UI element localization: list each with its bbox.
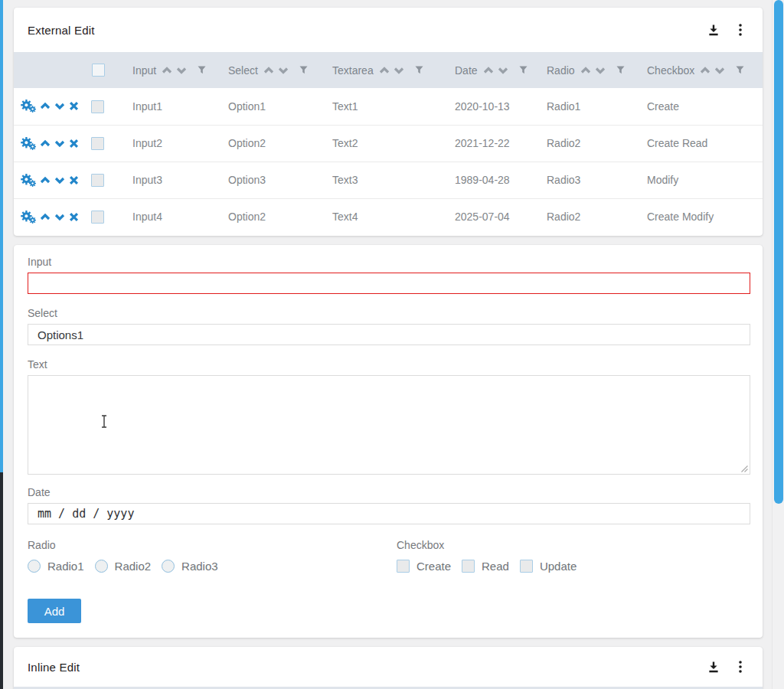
cell-select: Option2 bbox=[221, 125, 325, 162]
date-input[interactable] bbox=[28, 503, 750, 524]
external-edit-grid: Input Select Texta bbox=[14, 52, 763, 235]
column-header-checkbox: Checkbox bbox=[640, 52, 763, 88]
select-input[interactable]: Options1 bbox=[28, 324, 750, 345]
row-move-down-icon[interactable] bbox=[54, 176, 65, 184]
radio-option-radio2[interactable]: Radio2 bbox=[95, 560, 152, 573]
filter-icon[interactable] bbox=[415, 66, 423, 74]
radio-icon[interactable] bbox=[95, 560, 108, 573]
sort-desc-icon[interactable] bbox=[394, 67, 404, 74]
row-select-checkbox[interactable] bbox=[91, 137, 104, 150]
sort-asc-icon[interactable] bbox=[483, 67, 494, 74]
filter-icon[interactable] bbox=[616, 66, 625, 74]
select-value: Options1 bbox=[38, 328, 83, 341]
checkbox-icon[interactable] bbox=[397, 560, 410, 573]
cell-input: Input2 bbox=[126, 125, 221, 162]
filter-icon[interactable] bbox=[519, 66, 528, 74]
sort-desc-icon[interactable] bbox=[714, 67, 725, 74]
radio-option-label: Radio2 bbox=[115, 560, 152, 573]
row-delete-icon[interactable] bbox=[69, 139, 79, 149]
row-actions-cell bbox=[14, 88, 84, 125]
kebab-menu-icon[interactable] bbox=[739, 661, 742, 673]
left-scroll-track bbox=[0, 0, 3, 689]
row-move-up-icon[interactable] bbox=[40, 176, 51, 184]
row-move-down-icon[interactable] bbox=[54, 213, 65, 221]
row-move-down-icon[interactable] bbox=[54, 139, 65, 148]
row-move-up-icon[interactable] bbox=[40, 139, 51, 148]
sort-asc-icon[interactable] bbox=[580, 67, 591, 74]
input-field[interactable] bbox=[28, 273, 750, 294]
row-delete-icon[interactable] bbox=[69, 212, 79, 222]
checkbox-option-label: Create bbox=[416, 560, 451, 573]
row-select-checkbox[interactable] bbox=[91, 100, 104, 113]
row-settings-icon[interactable] bbox=[21, 137, 36, 150]
left-scroll-thumb[interactable] bbox=[0, 0, 3, 472]
row-select-checkbox[interactable] bbox=[91, 174, 104, 187]
cell-radio: Radio1 bbox=[540, 88, 640, 125]
sort-asc-icon[interactable] bbox=[700, 67, 710, 74]
radio-option-radio1[interactable]: Radio1 bbox=[28, 560, 84, 573]
radio-group-label: Radio bbox=[28, 539, 397, 551]
row-delete-icon[interactable] bbox=[69, 101, 79, 111]
row-actions-cell bbox=[14, 198, 84, 235]
cell-select: Option1 bbox=[221, 88, 325, 125]
add-button[interactable]: Add bbox=[28, 599, 81, 623]
filter-icon[interactable] bbox=[198, 66, 206, 74]
row-settings-icon[interactable] bbox=[21, 174, 36, 187]
radio-icon[interactable] bbox=[162, 560, 175, 573]
row-select-checkbox[interactable] bbox=[91, 211, 104, 224]
kebab-menu-icon[interactable] bbox=[739, 24, 742, 36]
cell-date: 2020-10-13 bbox=[448, 88, 540, 125]
row-settings-icon[interactable] bbox=[21, 211, 36, 224]
cell-input: Input3 bbox=[126, 162, 221, 198]
external-edit-header: External Edit bbox=[14, 8, 763, 52]
sort-desc-icon[interactable] bbox=[278, 67, 289, 74]
row-move-down-icon[interactable] bbox=[54, 102, 65, 110]
select-all-checkbox[interactable] bbox=[92, 64, 105, 77]
sort-asc-icon[interactable] bbox=[379, 67, 390, 74]
column-header-input: Input bbox=[126, 52, 221, 88]
sort-asc-icon[interactable] bbox=[162, 67, 172, 74]
row-delete-icon[interactable] bbox=[69, 175, 79, 185]
radio-option-label: Radio1 bbox=[47, 560, 84, 573]
row-move-up-icon[interactable] bbox=[40, 102, 51, 110]
checkbox-group-label: Checkbox bbox=[397, 539, 750, 551]
download-icon[interactable] bbox=[707, 24, 720, 36]
checkbox-option-read[interactable]: Read bbox=[462, 560, 509, 573]
cell-checkbox: Create Modify bbox=[640, 198, 763, 235]
radio-icon[interactable] bbox=[28, 560, 41, 573]
sort-asc-icon[interactable] bbox=[263, 67, 274, 74]
checkbox-option-create[interactable]: Create bbox=[397, 560, 451, 573]
page-scrollbar[interactable] bbox=[772, 0, 784, 689]
cell-checkbox: Create Read bbox=[640, 125, 763, 162]
page-scrollbar-thumb[interactable] bbox=[774, 0, 783, 504]
cell-textarea: Text1 bbox=[325, 88, 448, 125]
filter-icon[interactable] bbox=[299, 66, 308, 74]
cell-date: 2025-07-04 bbox=[448, 198, 540, 235]
column-header-select: Select bbox=[221, 52, 325, 88]
radio-group: Radio Radio1 Radio2 Radio3 bbox=[28, 539, 397, 573]
cell-checkbox: Create bbox=[640, 88, 763, 125]
column-header-textarea: Textarea bbox=[325, 52, 448, 88]
cell-date: 2021-12-22 bbox=[448, 125, 540, 162]
radio-option-radio3[interactable]: Radio3 bbox=[162, 560, 218, 573]
text-area[interactable] bbox=[28, 375, 750, 475]
download-icon[interactable] bbox=[707, 661, 720, 673]
sort-desc-icon[interactable] bbox=[595, 67, 606, 74]
select-all-header bbox=[84, 52, 126, 88]
cell-radio: Radio3 bbox=[540, 162, 640, 198]
inline-edit-card: Inline Edit bbox=[14, 647, 763, 689]
row-settings-icon[interactable] bbox=[21, 100, 36, 113]
cell-textarea: Text3 bbox=[325, 162, 448, 198]
filter-icon[interactable] bbox=[736, 66, 744, 74]
table-row: Input3 Option3 Text3 1989-04-28 Radio3 M… bbox=[14, 162, 763, 198]
cell-radio: Radio2 bbox=[540, 125, 640, 162]
sort-desc-icon[interactable] bbox=[498, 67, 508, 74]
sort-desc-icon[interactable] bbox=[176, 67, 187, 74]
column-header-date: Date bbox=[448, 52, 540, 88]
checkbox-option-update[interactable]: Update bbox=[520, 560, 577, 573]
row-move-up-icon[interactable] bbox=[40, 213, 51, 221]
checkbox-icon[interactable] bbox=[462, 560, 475, 573]
cell-radio: Radio2 bbox=[540, 198, 640, 235]
column-header-radio: Radio bbox=[540, 52, 640, 88]
checkbox-icon[interactable] bbox=[520, 560, 533, 573]
